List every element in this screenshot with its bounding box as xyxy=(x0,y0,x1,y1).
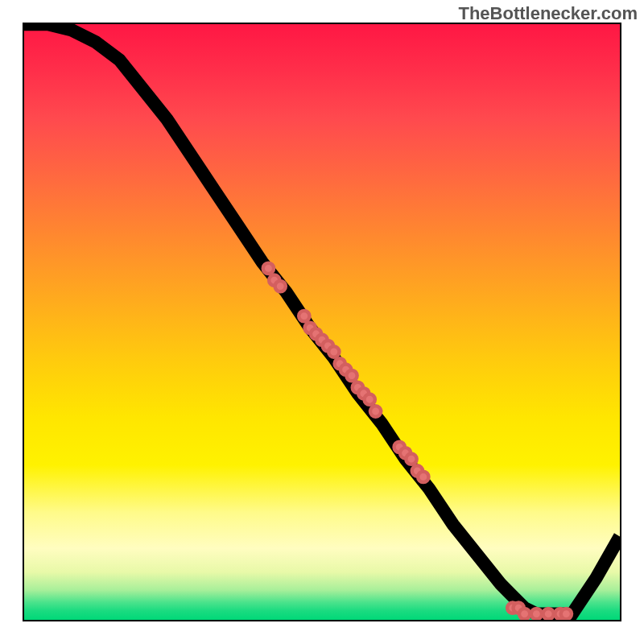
data-point xyxy=(406,454,416,464)
bottleneck-curve xyxy=(24,24,620,614)
plot-area xyxy=(23,23,621,621)
data-point xyxy=(561,609,572,619)
chart-svg xyxy=(24,24,620,620)
data-point xyxy=(328,346,339,357)
data-point xyxy=(543,609,554,619)
chart-container: TheBottlenecker.com xyxy=(0,0,644,644)
data-point xyxy=(263,263,274,274)
data-point xyxy=(346,370,357,381)
data-point xyxy=(365,394,375,405)
scatter-points xyxy=(263,263,572,620)
data-point xyxy=(418,472,428,482)
data-point xyxy=(370,406,381,416)
data-point xyxy=(531,609,542,619)
data-point xyxy=(519,609,530,619)
watermark-text: TheBottlenecker.com xyxy=(458,3,638,24)
data-point xyxy=(299,311,309,321)
data-point xyxy=(275,281,286,291)
